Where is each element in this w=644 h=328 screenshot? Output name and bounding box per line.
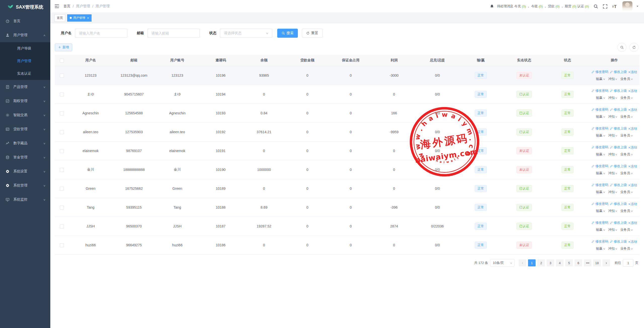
row-dropdown[interactable]: 输赢∨ — [596, 247, 605, 250]
action-edit-link[interactable]: 修改上级 — [610, 202, 627, 206]
action-edit-link[interactable]: 修改密码 — [591, 220, 608, 225]
search-icon[interactable] — [593, 4, 598, 9]
action-freeze-link[interactable]: ×冻结 — [628, 183, 637, 188]
sidebar-item[interactable]: 用户管理∧ — [0, 28, 50, 42]
page-number-button[interactable]: 5 — [565, 259, 573, 266]
sidebar-subitem[interactable]: 用户等级 — [0, 42, 50, 55]
action-freeze-link[interactable]: ×冻结 — [628, 89, 637, 93]
close-icon[interactable]: × — [87, 16, 89, 20]
row-dropdown[interactable]: 输赢∨ — [596, 96, 605, 100]
page-number-button[interactable]: 2 — [537, 259, 545, 266]
action-edit-link[interactable]: 修改上级 — [610, 164, 627, 168]
bell-icon[interactable] — [490, 4, 494, 9]
row-dropdown[interactable]: 冲扣∨ — [608, 247, 617, 250]
row-dropdown[interactable]: 输赢∨ — [596, 77, 605, 81]
row-dropdown[interactable]: 输赢∨ — [596, 152, 605, 156]
page-number-button[interactable]: 6 — [575, 259, 582, 266]
page-number-button[interactable]: 1 — [528, 259, 536, 266]
row-checkbox[interactable] — [60, 243, 64, 247]
action-edit-link[interactable]: 修改上级 — [610, 183, 627, 187]
action-edit-link[interactable]: 修改上级 — [610, 239, 627, 244]
action-freeze-link[interactable]: ×冻结 — [628, 202, 637, 206]
prev-page-button[interactable]: ‹ — [519, 259, 526, 266]
action-edit-link[interactable]: 修改密码 — [591, 107, 608, 112]
action-edit-link[interactable]: 修改上级 — [610, 107, 627, 112]
action-edit-link[interactable]: 修改上级 — [610, 126, 627, 131]
action-edit-link[interactable]: 修改上级 — [610, 70, 627, 74]
action-freeze-link[interactable]: ×冻结 — [628, 221, 637, 225]
row-dropdown[interactable]: 输赢∨ — [596, 209, 605, 213]
table-refresh-button[interactable] — [629, 43, 638, 52]
action-freeze-link[interactable]: ×冻结 — [628, 126, 637, 131]
row-dropdown[interactable]: 业务员∨ — [620, 115, 633, 118]
row-dropdown[interactable]: 冲扣∨ — [608, 209, 617, 213]
caret-down-icon[interactable] — [636, 5, 639, 8]
action-edit-link[interactable]: 修改密码 — [591, 88, 608, 93]
row-dropdown[interactable]: 业务员∨ — [620, 171, 633, 175]
reset-button[interactable]: 重置 — [302, 29, 323, 38]
sidebar-item[interactable]: 系统监控∨ — [0, 193, 50, 207]
action-freeze-link[interactable]: ×冻结 — [628, 145, 637, 150]
action-freeze-link[interactable]: ×冻结 — [628, 70, 637, 74]
row-checkbox[interactable] — [60, 111, 64, 115]
row-dropdown[interactable]: 输赢∨ — [596, 171, 605, 175]
sidebar-item[interactable]: 贷款管理∨ — [0, 122, 50, 136]
row-dropdown[interactable]: 冲扣∨ — [608, 96, 617, 100]
row-dropdown[interactable]: 业务员∨ — [620, 190, 633, 194]
next-page-button[interactable]: › — [602, 259, 610, 266]
row-dropdown[interactable]: 冲扣∨ — [608, 190, 617, 194]
row-dropdown[interactable]: 冲扣∨ — [608, 228, 617, 231]
row-dropdown[interactable]: 业务员∨ — [620, 228, 633, 231]
email-input[interactable] — [147, 29, 200, 38]
select-all-checkbox[interactable] — [60, 59, 64, 63]
page-number-button[interactable]: 3 — [547, 259, 554, 266]
row-checkbox[interactable] — [60, 92, 64, 97]
action-edit-link[interactable]: 修改密码 — [591, 239, 608, 244]
row-checkbox[interactable] — [60, 130, 64, 134]
status-select[interactable]: 请选择状态 ∨ — [220, 29, 272, 38]
row-checkbox[interactable] — [60, 74, 64, 78]
row-dropdown[interactable]: 冲扣∨ — [608, 171, 617, 175]
font-size-icon[interactable]: TT — [612, 4, 617, 9]
sidebar-item[interactable]: 期权管理∨ — [0, 94, 50, 108]
action-edit-link[interactable]: 修改密码 — [591, 164, 608, 168]
breadcrumb-item[interactable]: 首页 — [63, 4, 70, 9]
sidebar-item[interactable]: 首页 — [0, 14, 50, 28]
action-edit-link[interactable]: 修改密码 — [591, 145, 608, 150]
goto-input[interactable] — [623, 259, 633, 267]
action-edit-link[interactable]: 修改密码 — [591, 202, 608, 206]
row-dropdown[interactable]: 输赢∨ — [596, 115, 605, 118]
page-size-select[interactable]: 10条/页 ∨ — [490, 259, 515, 267]
action-edit-link[interactable]: 修改密码 — [591, 70, 608, 74]
action-edit-link[interactable]: 修改上级 — [610, 88, 627, 93]
sidebar-subitem[interactable]: 实名认证 — [0, 67, 50, 80]
action-edit-link[interactable]: 修改上级 — [610, 220, 627, 225]
row-dropdown[interactable]: 冲扣∨ — [608, 115, 617, 118]
sidebar-item[interactable]: 系统管理∨ — [0, 178, 50, 193]
action-edit-link[interactable]: 修改上级 — [610, 145, 627, 150]
action-freeze-link[interactable]: ×冻结 — [628, 240, 637, 244]
sidebar-item[interactable]: 智能交易∨ — [0, 108, 50, 122]
action-freeze-link[interactable]: ×冻结 — [628, 164, 637, 169]
row-dropdown[interactable]: 业务员∨ — [620, 77, 633, 81]
hamburger-icon[interactable] — [54, 4, 59, 9]
sidebar-item[interactable]: 资金管理∨ — [0, 150, 50, 164]
sidebar-item[interactable]: 数字藏品∨ — [0, 136, 50, 150]
row-dropdown[interactable]: 业务员∨ — [620, 133, 633, 137]
sidebar-item[interactable]: 系统设置∨ — [0, 164, 50, 178]
add-button[interactable]: 新增 — [55, 43, 72, 51]
more-pages-button[interactable]: ••• — [584, 259, 591, 266]
tab-item[interactable]: 首页 — [54, 14, 65, 22]
row-dropdown[interactable]: 输赢∨ — [596, 190, 605, 194]
row-dropdown[interactable]: 输赢∨ — [596, 228, 605, 231]
action-edit-link[interactable]: 修改密码 — [591, 183, 608, 187]
action-edit-link[interactable]: 修改密码 — [591, 126, 608, 131]
row-dropdown[interactable]: 输赢∨ — [596, 133, 605, 137]
row-checkbox[interactable] — [60, 168, 64, 172]
row-dropdown[interactable]: 冲扣∨ — [608, 77, 617, 81]
table-search-button[interactable] — [617, 43, 626, 52]
row-dropdown[interactable]: 冲扣∨ — [608, 152, 617, 156]
row-dropdown[interactable]: 业务员∨ — [620, 209, 633, 213]
row-checkbox[interactable] — [60, 224, 64, 228]
row-checkbox[interactable] — [60, 206, 64, 210]
